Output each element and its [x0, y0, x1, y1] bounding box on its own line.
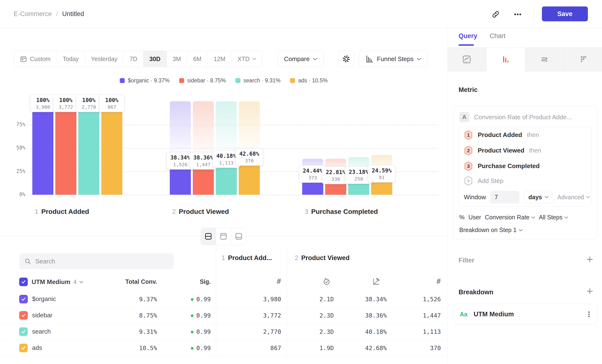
tab-funnels[interactable]: [486, 48, 525, 71]
check-icon: [21, 345, 26, 351]
bar-value-label: 100%2,770: [76, 95, 102, 112]
step-then-label: then: [529, 147, 541, 154]
window-unit-select[interactable]: days: [524, 191, 553, 203]
bar-count: 1,526: [170, 161, 190, 168]
row-checkbox[interactable]: [19, 344, 28, 352]
share-link-icon[interactable]: [490, 9, 501, 20]
chevron-down-icon: [417, 58, 421, 60]
breakdown-column-header[interactable]: UTM Medium 4: [32, 278, 83, 286]
legend-swatch: [235, 78, 240, 83]
window-value-input[interactable]: [490, 191, 519, 203]
time-to-convert-column-icon[interactable]: [302, 277, 352, 287]
add-breakdown-button[interactable]: [585, 287, 594, 296]
conversion-rate-column-icon[interactable]: [351, 277, 401, 287]
kebab-menu-icon[interactable]: •••: [588, 311, 590, 318]
layout-chart-only-button[interactable]: [216, 228, 231, 245]
metric-title: Conversion Rate of Product Adde...: [474, 114, 572, 121]
row-total-conv: 10.5%: [91, 345, 157, 352]
x-axis-step-label: 3Purchase Completed: [305, 208, 378, 215]
search-input[interactable]: [35, 258, 168, 265]
tab-insights[interactable]: [448, 48, 486, 71]
plus-icon: [586, 288, 593, 295]
range-today[interactable]: Today: [57, 51, 85, 67]
range-12m[interactable]: 12M: [208, 51, 232, 67]
query-step-2[interactable]: 2Product Viewedthen: [459, 143, 591, 158]
total-conv-column-header[interactable]: Total Conv.: [91, 278, 157, 285]
tab-chart[interactable]: Chart: [490, 32, 505, 40]
row-checkbox[interactable]: [19, 311, 28, 320]
chevron-down-icon: [79, 281, 83, 283]
compare-button[interactable]: Compare: [278, 51, 323, 67]
query-step-1[interactable]: 1Product Addedthen: [459, 127, 591, 143]
table-row-ads[interactable]: ads10.5%0.998671.9D42.68%370: [0, 340, 447, 356]
y-axis-tick: 0%: [10, 192, 25, 197]
legend-item-search[interactable]: search · 9.31%: [235, 77, 281, 84]
bar-pct: 100%: [57, 96, 75, 104]
range-30d[interactable]: 30D: [143, 51, 167, 67]
table-search[interactable]: [19, 253, 174, 269]
legend-item-sidebar[interactable]: sidebar · 8.75%: [179, 77, 226, 84]
advanced-toggle[interactable]: Advanced: [557, 194, 590, 201]
add-step-button[interactable]: Add Step: [459, 174, 591, 188]
funnel-bar-ads-step1[interactable]: [101, 101, 122, 195]
measure-scope-dropdown[interactable]: All Steps: [539, 214, 568, 221]
breadcrumb-report-title[interactable]: Untitled: [62, 10, 84, 18]
bar-pct: 100%: [80, 96, 98, 104]
chart-type-dropdown[interactable]: Funnel Steps: [359, 51, 427, 67]
add-step-label: Add Step: [478, 177, 503, 185]
sig-column-header[interactable]: Sig.: [165, 278, 211, 285]
sig-dot: [191, 314, 194, 317]
more-menu-icon[interactable]: [512, 9, 523, 20]
breakdown-property-card[interactable]: Aa UTM Medium •••: [453, 304, 597, 325]
bar-count: 3,772: [57, 104, 75, 110]
tab-query[interactable]: Query: [459, 32, 477, 40]
row-checkbox[interactable]: [19, 327, 28, 336]
row-total-conv: 9.31%: [91, 328, 157, 335]
table-row-sidebar[interactable]: sidebar8.75%0.993,7722.3D38.36%1,447: [0, 308, 447, 324]
range-yesterday[interactable]: Yesterday: [85, 51, 124, 67]
breadcrumb-project[interactable]: E-Commerce: [14, 10, 52, 18]
metric-title-row[interactable]: A Conversion Rate of Product Adde...: [453, 106, 597, 127]
layout-split-button[interactable]: [201, 228, 216, 245]
measure-entity[interactable]: User: [468, 214, 481, 221]
range-3m[interactable]: 3M: [167, 51, 187, 67]
funnel-bar-sidebar-step1[interactable]: [55, 101, 76, 195]
row-step2-time: 2.1D: [302, 296, 352, 303]
row-total-conv: 8.75%: [91, 312, 157, 319]
measure-metric-dropdown[interactable]: Conversion Rate: [485, 214, 535, 221]
row-step1-count: 3,980: [227, 296, 281, 303]
breakdown-on-step-dropdown[interactable]: Breakdown on Step 1: [453, 221, 597, 234]
range-6m[interactable]: 6M: [187, 51, 208, 67]
chart-legend: $organic · 9.37%sidebar · 8.75%search · …: [0, 77, 447, 84]
range-custom[interactable]: Custom: [14, 51, 57, 67]
funnel-bar-organic-step1[interactable]: [32, 101, 54, 195]
count-column-icon[interactable]: #: [227, 277, 281, 285]
save-button[interactable]: Save: [542, 6, 588, 21]
range-7d[interactable]: 7D: [124, 51, 143, 67]
chart-settings-button[interactable]: [338, 51, 354, 67]
legend-swatch: [179, 78, 184, 83]
bar-value-label: 100%3,980: [30, 95, 55, 112]
funnel-bar-search-step1[interactable]: [78, 101, 99, 195]
table-row-organic[interactable]: $organic9.37%0.993,9802.1D38.34%1,526: [0, 291, 447, 308]
add-filter-button[interactable]: [585, 255, 594, 264]
tab-retention[interactable]: [564, 48, 602, 71]
range-xtd[interactable]: XTD: [232, 51, 262, 67]
funnel-steps-icon: [366, 55, 374, 63]
select-all-checkbox[interactable]: [19, 278, 28, 286]
row-checkbox[interactable]: [19, 295, 28, 303]
step-name: Product Added: [42, 208, 89, 215]
breakdown-property-name: UTM Medium: [474, 310, 514, 318]
bar-value-label: 42.68%370: [235, 148, 263, 166]
query-step-3[interactable]: 3Purchase Completed: [459, 158, 591, 174]
row-step2-count: 370: [405, 345, 441, 352]
table-row-search[interactable]: search9.31%0.992,7702.3D40.18%1,113: [0, 324, 447, 340]
legend-item-organic[interactable]: $organic · 9.37%: [120, 77, 170, 84]
row-name: sidebar: [32, 311, 53, 319]
count-column-icon[interactable]: #: [405, 277, 441, 285]
tab-flows[interactable]: [525, 48, 564, 71]
layout-table-only-button[interactable]: [231, 228, 246, 245]
legend-item-ads[interactable]: ads · 10.5%: [290, 77, 328, 84]
advanced-label: Advanced: [557, 194, 584, 201]
row-name: $organic: [32, 295, 56, 303]
